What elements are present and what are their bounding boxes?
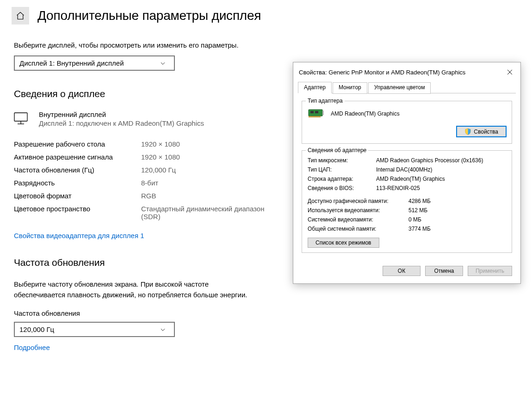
svg-rect-0 — [14, 113, 27, 121]
tab-monitor[interactable]: Монитор — [333, 82, 367, 94]
svg-rect-4 — [310, 111, 314, 113]
chevron-down-icon — [156, 60, 169, 67]
svg-rect-6 — [309, 116, 321, 117]
info-value: Internal DAC(400MHz) — [376, 166, 506, 173]
adapter-properties-button-label: Свойства — [474, 129, 498, 135]
spec-label: Активное разрешение сигнала — [14, 153, 141, 161]
display-connection: Дисплей 1: подключен к AMD Radeon(TM) Gr… — [39, 119, 204, 127]
display-selector-dropdown[interactable]: Дисплей 1: Внутренний дисплей — [14, 55, 175, 71]
mem-label: Общей системной памяти: — [308, 226, 408, 232]
display-spec-table: Разрешение рабочего стола 1920 × 1080 Ак… — [14, 140, 282, 221]
spec-value: 120,000 Гц — [141, 166, 282, 174]
settings-page: Дополнительные параметры дисплея Выберит… — [0, 0, 291, 351]
adapter-properties-dialog: Свойства: Generic PnP Monitor и AMD Rade… — [293, 62, 521, 284]
spec-value: 1920 × 1080 — [141, 153, 282, 161]
refresh-rate-value: 120,000 Гц — [19, 325, 54, 333]
shield-icon — [464, 128, 471, 135]
spec-label: Цветовой формат — [14, 192, 141, 200]
adapter-properties-button[interactable]: Свойства — [457, 126, 506, 137]
chevron-down-icon — [156, 326, 169, 333]
mem-value: 0 МБ — [408, 216, 506, 223]
tab-adapter[interactable]: Адаптер — [298, 82, 332, 93]
mem-label: Используется видеопамяти: — [308, 207, 408, 214]
mem-value: 3774 МБ — [408, 226, 506, 232]
spec-value: Стандартный динамический диапазон (SDR) — [141, 205, 282, 221]
display-summary: Внутренний дисплей Дисплей 1: подключен … — [14, 110, 282, 127]
spec-label: Цветовое пространство — [14, 205, 141, 221]
info-value: AMD Radeon(TM) Graphics — [376, 176, 506, 182]
apply-button[interactable]: Применить — [468, 266, 512, 276]
display-name: Внутренний дисплей — [39, 110, 204, 118]
dialog-tabs: Адаптер Монитор Управление цветом — [293, 82, 520, 93]
refresh-rate-dropdown[interactable]: 120,000 Гц — [14, 322, 175, 337]
mem-value: 4286 МБ — [408, 198, 506, 204]
select-display-instruction: Выберите дисплей, чтобы просмотреть или … — [14, 41, 282, 50]
info-value: AMD Radeon Graphics Processor (0x1636) — [376, 157, 506, 164]
spec-label: Частота обновления (Гц) — [14, 166, 141, 174]
pci-card-icon — [308, 108, 324, 120]
adapter-info-group: Сведения об адаптере Тип микросхем: AMD … — [302, 150, 512, 253]
spec-value: 8-бит — [141, 179, 282, 187]
home-icon — [16, 11, 25, 20]
info-value: 113-RENOIR-025 — [376, 185, 506, 191]
adapter-name: AMD Radeon(TM) Graphics — [331, 110, 400, 117]
ok-button[interactable]: ОК — [383, 266, 421, 276]
cancel-button[interactable]: Отмена — [425, 266, 463, 276]
close-icon — [507, 69, 513, 75]
refresh-rate-label: Частота обновления — [14, 309, 282, 317]
mem-value: 512 МБ — [408, 207, 506, 214]
mem-label: Системной видеопамяти: — [308, 216, 408, 223]
spec-label: Разрешение рабочего стола — [14, 140, 141, 148]
svg-rect-5 — [315, 111, 318, 113]
display-info-heading: Сведения о дисплее — [14, 88, 282, 99]
monitor-icon — [14, 112, 29, 126]
info-label: Тип микросхем: — [308, 157, 376, 164]
spec-value: RGB — [141, 192, 282, 200]
refresh-rate-description: Выберите частоту обновления экрана. При … — [14, 279, 254, 300]
info-label: Тип ЦАП: — [308, 166, 376, 173]
page-title: Дополнительные параметры дисплея — [37, 8, 261, 23]
info-label: Строка адаптера: — [308, 176, 376, 182]
dialog-title: Свойства: Generic PnP Monitor и AMD Rade… — [299, 69, 465, 76]
dialog-titlebar[interactable]: Свойства: Generic PnP Monitor и AMD Rade… — [293, 62, 520, 82]
tab-color-management[interactable]: Управление цветом — [368, 82, 431, 94]
adapter-info-legend: Сведения об адаптере — [306, 147, 368, 153]
refresh-rate-heading: Частота обновления — [14, 257, 282, 268]
mem-label: Доступно графической памяти: — [308, 198, 408, 204]
svg-rect-7 — [322, 110, 324, 115]
spec-value: 1920 × 1080 — [141, 140, 282, 148]
close-button[interactable] — [500, 66, 520, 78]
display-selector-value: Дисплей 1: Внутренний дисплей — [19, 59, 124, 67]
learn-more-link[interactable]: Подробнее — [14, 344, 50, 351]
list-all-modes-button[interactable]: Список всех режимов — [308, 238, 379, 248]
adapter-properties-link[interactable]: Свойства видеоадаптера для дисплея 1 — [14, 232, 144, 239]
spec-label: Разрядность — [14, 179, 141, 187]
adapter-type-legend: Тип адаптера — [306, 98, 345, 104]
adapter-type-group: Тип адаптера AMD Radeon(TM) Graphics — [302, 101, 512, 144]
info-label: Сведения о BIOS: — [308, 185, 376, 191]
home-button[interactable] — [12, 7, 29, 25]
